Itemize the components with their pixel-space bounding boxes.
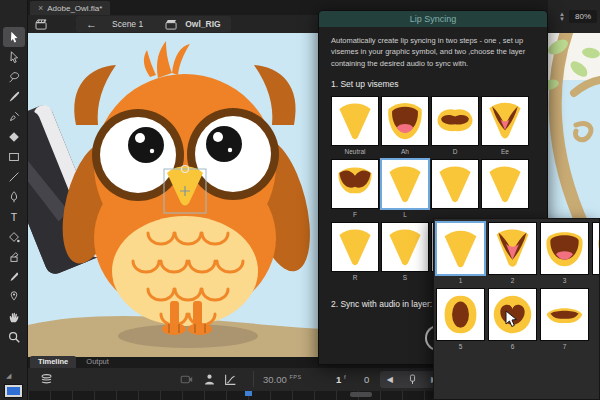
zoom-value[interactable]: 80% [569,10,597,23]
document-title: Adobe_Owl.fla* [47,4,102,13]
viseme-thumbnail[interactable] [540,222,589,275]
popup-row-1: 1234 [434,222,599,287]
zoom-stepper[interactable]: ▲ ▼ [559,12,565,22]
hand-icon [7,310,21,324]
popup-viseme-2[interactable]: 2 [488,222,537,287]
svg-text:T: T [10,211,17,223]
viseme-label: F [331,209,379,220]
layers-icon[interactable] [40,373,53,386]
line-tool[interactable] [3,167,25,187]
viseme-cell-r[interactable]: R [331,222,379,283]
eyedropper-icon [7,270,21,284]
toolbar-overflow-icon[interactable]: ◢ [6,372,11,380]
viseme-thumbnail[interactable] [331,96,379,146]
asset-warp-tool[interactable] [3,287,25,307]
viseme-cell-ah[interactable]: Ah [381,96,429,157]
viseme-label: 1 [436,275,485,287]
viseme-label: 7 [540,341,589,353]
prev-frame-button[interactable]: ◀ [387,375,393,384]
ruler-playhead[interactable] [245,391,252,396]
ink-bottle-tool[interactable] [3,247,25,267]
eyedropper-tool[interactable] [3,267,25,287]
popup-viseme-4[interactable]: 4 [592,222,600,287]
back-button[interactable]: ← [86,19,97,30]
viseme-thumbnail[interactable] [540,288,589,341]
classic-brush-tool[interactable] [3,107,25,127]
zoom-step-down-icon[interactable]: ▼ [559,17,565,22]
fps-control[interactable]: 30.00 FPS [263,374,302,385]
close-tab-icon[interactable]: × [38,3,43,13]
popup-viseme-3[interactable]: 3 [540,222,589,287]
popup-viseme-1[interactable]: 1 [436,222,485,287]
fill-color-swatch[interactable] [5,385,22,397]
viseme-thumbnail[interactable] [381,159,429,209]
pen-icon [7,190,21,204]
zoom-icon [7,330,21,344]
document-tab[interactable]: × Adobe_Owl.fla* [30,1,110,15]
mouse-cursor-icon [505,310,518,328]
fluid-brush-tool[interactable] [3,87,25,107]
viseme-cell[interactable] [431,159,479,220]
viseme-cell-neutral[interactable]: Neutral [331,96,379,157]
dialog-description: Automatically create lip syncing in two … [331,35,535,69]
edit-scene-icon[interactable] [35,19,48,30]
breadcrumb-symbol[interactable]: Owl_RIG [185,19,220,29]
fps-value[interactable]: 30.00 [263,374,287,385]
viseme-thumbnail[interactable] [481,159,529,209]
step1-label: 1. Set up visemes [331,79,535,89]
viseme-label: Ee [481,146,529,157]
rectangle-icon [7,150,21,164]
camera-icon[interactable] [180,373,193,386]
ruler-scroll-handle[interactable] [350,392,372,397]
fps-unit: FPS [289,374,301,380]
frame-value: 1 [336,374,341,385]
viseme-thumbnail[interactable] [592,222,600,275]
viseme-thumbnail[interactable] [436,222,485,275]
lasso-tool[interactable] [3,67,25,87]
viseme-cell-ee[interactable]: Ee [481,96,529,157]
tab-output[interactable]: Output [78,356,117,368]
tab-timeline[interactable]: Timeline [30,356,76,368]
lasso-icon [7,70,21,84]
character-icon[interactable] [203,373,216,386]
text-icon: T [7,210,21,224]
viseme-cell-d[interactable]: D [431,96,479,157]
hand-tool[interactable] [3,307,25,327]
viseme-label: 5 [436,341,485,353]
viseme-thumbnail[interactable] [436,288,485,341]
viseme-label: D [431,146,479,157]
viseme-label: 6 [488,341,537,353]
viseme-thumbnail[interactable] [381,222,429,272]
rectangle-tool[interactable] [3,147,25,167]
paint-bucket-tool[interactable] [3,227,25,247]
subselection-tool[interactable] [3,47,25,67]
playhead-icon[interactable] [407,373,418,386]
viseme-label: S [381,272,429,283]
popup-viseme-5[interactable]: 5 [436,288,485,353]
selection-tool[interactable] [3,27,25,47]
viseme-cell-l[interactable]: L [381,159,429,220]
animate-app-window: { "window": { "close_label": "×", "docum… [0,0,600,400]
viseme-cell-s[interactable]: S [381,222,429,283]
zoom-tool[interactable] [3,327,25,347]
viseme-cell[interactable] [481,159,529,220]
viseme-frame-popup: 1234 567 [433,218,600,400]
viseme-thumbnail[interactable] [488,222,537,275]
frame-unit: f [344,374,346,380]
viseme-thumbnail[interactable] [381,96,429,146]
dialog-title[interactable]: Lip Syncing [319,11,547,27]
classic-brush-icon [7,110,21,124]
breadcrumb-scene[interactable]: Scene 1 [104,19,151,29]
text-tool[interactable]: T [3,207,25,227]
viseme-thumbnail[interactable] [331,222,379,272]
viseme-thumbnail[interactable] [431,159,479,209]
viseme-thumbnail[interactable] [431,96,479,146]
viseme-thumbnail[interactable] [331,159,379,209]
graph-editor-icon[interactable] [224,373,237,386]
pen-tool[interactable] [3,187,25,207]
eraser-tool[interactable] [3,127,25,147]
viseme-label: 2 [488,275,537,287]
viseme-cell-f[interactable]: F [331,159,379,220]
popup-viseme-7[interactable]: 7 [540,288,589,353]
viseme-thumbnail[interactable] [481,96,529,146]
